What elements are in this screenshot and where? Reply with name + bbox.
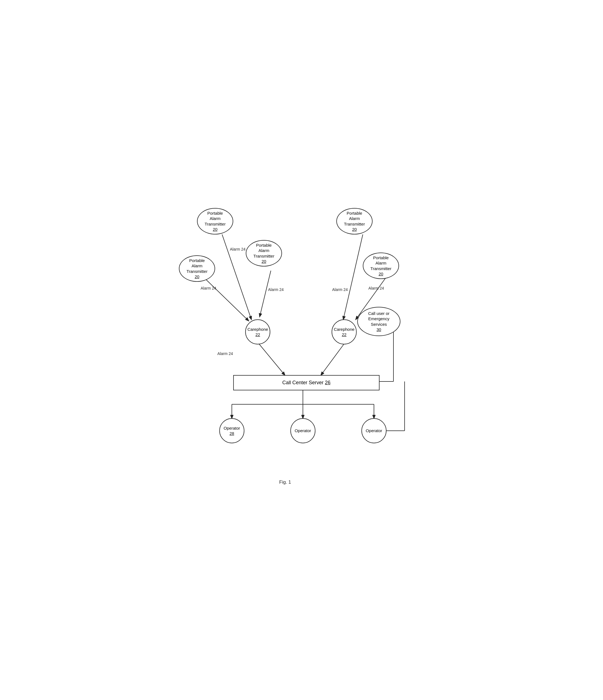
pat-top-right-number: 20	[352, 227, 357, 232]
pat-top-left-number: 20	[213, 227, 218, 232]
carephone-right-node: Carephone 22	[332, 319, 357, 345]
alarm-label-3: Alarm 24	[268, 288, 284, 292]
carephone-right-label: Carephone	[334, 327, 355, 332]
operator2-node: Operator	[290, 418, 315, 443]
alarm-label-2: Alarm 24	[201, 286, 216, 291]
svg-line-6	[321, 343, 345, 375]
call-user-number: 30	[377, 327, 381, 332]
call-user-label: Call user orEmergency Services	[363, 311, 395, 327]
fig-label: Fig. 1	[279, 479, 291, 485]
call-center-node: Call Center Server 26	[233, 375, 380, 391]
pat-far-right-number: 20	[379, 271, 383, 277]
svg-line-3	[343, 234, 363, 319]
svg-line-2	[260, 271, 271, 317]
pat-top-center-label: Portable AlarmTransmitter	[251, 243, 276, 259]
pat-top-left-node: Portable Alarm Transmitter 20	[197, 208, 233, 234]
operator1-node: Operator 28	[219, 418, 244, 443]
svg-line-1	[202, 276, 248, 321]
pat-top-center-number: 20	[262, 259, 266, 264]
arrows-svg	[176, 204, 427, 496]
operator2-label: Operator	[294, 428, 311, 433]
pat-far-left-node: Portable AlarmTransmitter 20	[179, 255, 215, 282]
call-center-label: Call Center Server 26	[282, 379, 331, 386]
pat-top-right-label: Portable AlarmTransmitter	[342, 210, 367, 227]
pat-far-right-node: Portable AlarmTransmitter 20	[363, 253, 399, 279]
operator3-node: Operator	[361, 418, 386, 443]
alarm-label-main: Alarm 24	[217, 351, 233, 356]
svg-line-5	[258, 343, 285, 375]
carephone-left-label: Carephone	[247, 327, 268, 332]
pat-top-center-node: Portable AlarmTransmitter 20	[246, 240, 282, 267]
carephone-right-number: 22	[342, 332, 347, 338]
pat-far-left-label: Portable AlarmTransmitter	[185, 258, 210, 274]
alarm-label-1: Alarm 24	[230, 247, 245, 251]
carephone-left-node: Carephone 22	[245, 319, 270, 345]
operator1-label: Operator	[223, 425, 240, 431]
operator3-label: Operator	[366, 428, 382, 433]
diagram: Portable Alarm Transmitter 20 Portable A…	[176, 204, 427, 496]
pat-far-left-number: 20	[195, 274, 199, 279]
alarm-label-4: Alarm 24	[332, 288, 348, 292]
carephone-left-number: 22	[256, 332, 260, 338]
operator1-number: 28	[230, 431, 234, 436]
call-user-node: Call user orEmergency Services 30	[357, 307, 401, 336]
pat-far-right-label: Portable AlarmTransmitter	[368, 255, 393, 272]
pat-top-left-label: Portable Alarm Transmitter	[202, 210, 228, 227]
alarm-label-5: Alarm 24	[368, 286, 384, 291]
pat-top-right-node: Portable AlarmTransmitter 20	[336, 208, 372, 234]
